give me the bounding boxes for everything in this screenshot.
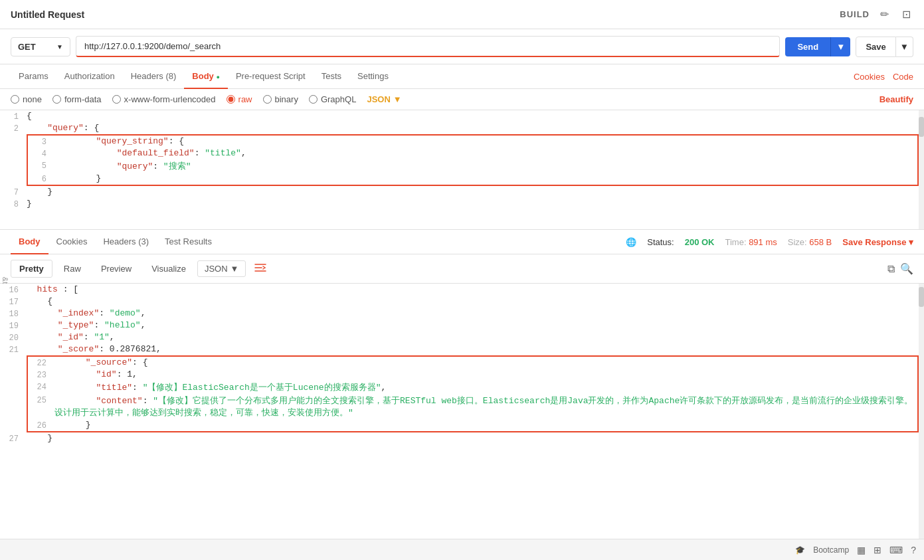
beautify-button[interactable]: Beautify bbox=[879, 94, 913, 104]
format-tab-preview[interactable]: Preview bbox=[92, 260, 140, 278]
globe-icon: 🌐 bbox=[626, 237, 636, 247]
tab-params[interactable]: Params bbox=[11, 64, 56, 89]
resp-line-24: 24 "title": "【修改】ElasticSearch是一个基于Lucen… bbox=[28, 381, 917, 394]
send-dropdown-button[interactable]: ▼ bbox=[830, 37, 850, 56]
resp-line-27: 27 } bbox=[0, 432, 924, 444]
resp-tab-headers[interactable]: Headers (3) bbox=[95, 230, 157, 254]
resp-tab-body[interactable]: Body bbox=[11, 230, 48, 254]
format-tab-visualize[interactable]: Visualize bbox=[143, 260, 195, 278]
request-title: Untitled Request bbox=[11, 9, 84, 20]
resp-line-19: 19 "_type": "hello", bbox=[0, 320, 924, 331]
save-button[interactable]: Save bbox=[856, 37, 895, 57]
code-line-7: 7 } bbox=[0, 186, 924, 198]
tab-tests[interactable]: Tests bbox=[314, 64, 349, 89]
window-icon-button[interactable]: ⊡ bbox=[899, 7, 913, 22]
resp-line-26: 26 } bbox=[28, 419, 917, 431]
resp-line-22: 22 "_source": { bbox=[28, 357, 917, 369]
option-none[interactable]: none bbox=[11, 94, 42, 104]
search-response-icon[interactable]: 🔍 bbox=[900, 262, 913, 275]
method-dropdown-icon: ▼ bbox=[56, 43, 63, 50]
status-value: 200 OK bbox=[685, 237, 715, 247]
code-line-4: 4 "default_field": "title", bbox=[28, 147, 917, 159]
cookies-link[interactable]: Cookies bbox=[854, 72, 885, 82]
resp-line-16: 16 hits : [ bbox=[0, 284, 924, 296]
bootcamp-label[interactable]: Bootcamp bbox=[813, 545, 849, 555]
json-format-selector[interactable]: JSON ▼ bbox=[367, 94, 401, 104]
code-line-2: 2 "query": { bbox=[0, 122, 924, 134]
json-dropdown-icon: ▼ bbox=[393, 94, 402, 104]
help-icon[interactable]: ? bbox=[911, 545, 916, 555]
edit-icon-button[interactable]: ✏ bbox=[878, 7, 891, 22]
resp-tab-cookies[interactable]: Cookies bbox=[48, 230, 96, 254]
code-line-1: 1 { bbox=[0, 110, 924, 122]
wrap-lines-icon[interactable] bbox=[254, 261, 267, 276]
method-value: GET bbox=[18, 42, 36, 52]
resp-line-20: 20 "_id": "1", bbox=[0, 331, 924, 343]
resp-json-dropdown-icon: ▼ bbox=[231, 264, 239, 274]
resp-line-18: 18 "_index": "demo", bbox=[0, 308, 924, 320]
resp-line-21: 21 "_score": 0.2876821, bbox=[0, 343, 924, 355]
code-link[interactable]: Code bbox=[893, 72, 913, 82]
status-label: Status: bbox=[647, 237, 674, 247]
tab-body[interactable]: Body ● bbox=[184, 64, 228, 89]
method-select[interactable]: GET ▼ bbox=[11, 37, 70, 56]
tab-authorization[interactable]: Authorization bbox=[56, 64, 123, 89]
format-tab-raw[interactable]: Raw bbox=[55, 260, 90, 278]
tab-headers[interactable]: Headers (8) bbox=[123, 64, 185, 89]
resp-tab-test-results[interactable]: Test Results bbox=[157, 230, 220, 254]
url-input[interactable] bbox=[76, 36, 780, 57]
build-label: BUILD bbox=[840, 9, 870, 19]
send-button[interactable]: Send bbox=[785, 37, 830, 56]
layout-icon2[interactable]: ⊞ bbox=[874, 545, 881, 555]
format-tab-pretty[interactable]: Pretty bbox=[11, 260, 52, 278]
size-value: 658 B bbox=[809, 237, 832, 247]
code-line-3: 3 "query_string": { bbox=[28, 136, 917, 147]
save-dropdown-button[interactable]: ▼ bbox=[896, 37, 913, 57]
option-urlencoded[interactable]: x-www-form-urlencoded bbox=[112, 94, 216, 104]
tab-settings[interactable]: Settings bbox=[349, 64, 397, 89]
code-line-6: 6 } bbox=[28, 173, 917, 185]
save-response-button[interactable]: Save Response ▾ bbox=[842, 237, 913, 247]
resp-line-25: 25 "content": "【修改】它提供了一个分布式多用户能力的全文搜索引擎… bbox=[28, 394, 917, 419]
option-binary[interactable]: binary bbox=[263, 94, 298, 104]
copy-response-icon[interactable]: ⧉ bbox=[887, 263, 895, 275]
bootcamp-icon: 🎓 bbox=[795, 545, 805, 555]
time-value: 891 ms bbox=[749, 237, 777, 247]
resp-line-23: 23 "id": 1, bbox=[28, 369, 917, 381]
resp-line-17: 17 { bbox=[0, 296, 924, 308]
size-label: Size: 658 B bbox=[788, 237, 832, 247]
tab-pre-request[interactable]: Pre-request Script bbox=[228, 64, 314, 89]
time-label: Time: 891 ms bbox=[725, 237, 777, 247]
option-form-data[interactable]: form-data bbox=[52, 94, 102, 104]
layout-icon1[interactable]: ▦ bbox=[857, 545, 866, 555]
response-json-selector[interactable]: JSON ▼ bbox=[197, 260, 246, 277]
keyboard-icon[interactable]: ⌨ bbox=[889, 545, 903, 555]
code-line-8: 8 } bbox=[0, 198, 924, 210]
option-raw[interactable]: raw bbox=[227, 94, 252, 104]
code-line-5: 5 "query": "搜索" bbox=[28, 159, 917, 173]
option-graphql[interactable]: GraphQL bbox=[309, 94, 356, 104]
sidebar-label: &t bbox=[1, 276, 9, 283]
